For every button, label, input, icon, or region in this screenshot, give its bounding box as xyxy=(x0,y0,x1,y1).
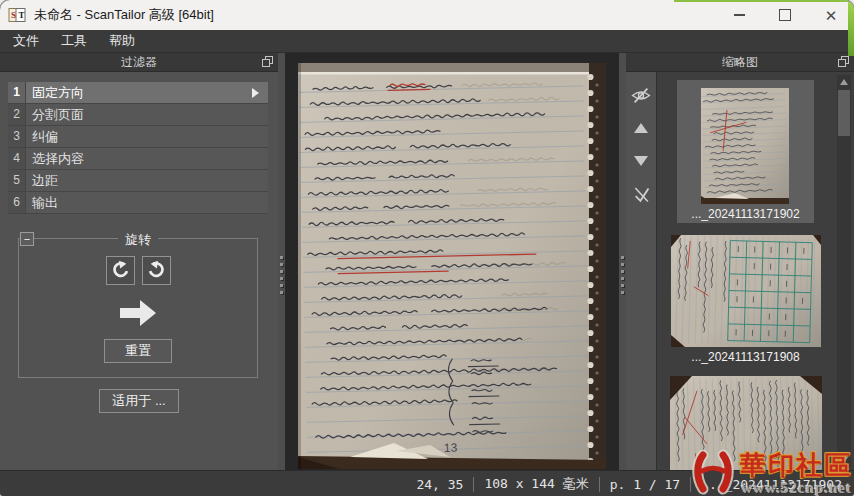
cursor-position: 24, 35 xyxy=(416,477,463,492)
app-window: S T 未命名 - ScanTailor 高级 [64bit] ✕ 文件 工具 … xyxy=(0,0,854,496)
photo-page-number: 13 xyxy=(444,441,458,455)
thumbnails-panel: 缩略图 xyxy=(626,53,854,470)
eye-off-icon xyxy=(630,87,652,104)
up-arrow-icon xyxy=(634,123,648,133)
apply-to-button[interactable]: 适用于 ... xyxy=(99,389,178,413)
reset-button[interactable]: 重置 xyxy=(104,339,172,363)
filter-step-label: 固定方向 xyxy=(26,84,84,102)
menu-help[interactable]: 帮助 xyxy=(98,30,146,52)
scrollbar-handle[interactable] xyxy=(838,90,850,136)
previous-page-button[interactable] xyxy=(630,119,652,137)
down-arrow-icon xyxy=(634,156,648,166)
next-page-button[interactable] xyxy=(630,152,652,170)
main-area: 过滤器 1 固定方向 2 分割页面 3 纠偏 xyxy=(0,53,854,470)
filter-step-label: 分割页面 xyxy=(26,106,84,124)
page-indicator: p. 1 / 17 xyxy=(610,477,680,492)
thumbnail-item[interactable]: ..._20241113171902 xyxy=(677,80,813,223)
rotation-group-title: 旋转 xyxy=(118,231,158,249)
selected-step-arrow-icon xyxy=(252,88,259,98)
status-separator xyxy=(599,477,600,492)
filter-step-number: 2 xyxy=(8,104,26,125)
filter-step-output[interactable]: 6 输出 xyxy=(8,192,268,214)
rotate-right-button[interactable] xyxy=(142,256,171,285)
filter-step-fixed-orientation[interactable]: 1 固定方向 xyxy=(8,82,268,104)
thumbnail-image xyxy=(670,376,822,470)
thumbnails-panel-title: 缩略图 xyxy=(722,54,758,71)
rotate-left-button[interactable] xyxy=(106,256,135,285)
status-separator xyxy=(473,477,474,492)
filter-step-number: 3 xyxy=(8,126,26,147)
filters-panel: 过滤器 1 固定方向 2 分割页面 3 纠偏 xyxy=(0,53,278,470)
desktop-top-accent xyxy=(674,0,854,2)
thumbnail-image xyxy=(671,235,821,347)
filter-step-label: 纠偏 xyxy=(26,128,58,146)
thumbnails-area: ..._20241113171902 ..._20241113171908 xyxy=(626,72,854,470)
minimize-icon xyxy=(734,14,745,16)
filters-panel-title: 过滤器 xyxy=(121,54,157,71)
preview-photo: 13 xyxy=(298,63,606,469)
filter-step-number: 4 xyxy=(8,148,26,169)
rotate-right-icon xyxy=(146,260,167,281)
thumbnail-image xyxy=(701,88,789,204)
thumbnail-item[interactable] xyxy=(670,376,822,470)
scroll-up-icon[interactable] xyxy=(840,79,848,85)
close-icon: ✕ xyxy=(825,8,838,23)
thumbnail-toolbar xyxy=(626,72,656,470)
filter-step-split-pages[interactable]: 2 分割页面 xyxy=(8,104,268,126)
desktop-corner-accent xyxy=(848,0,854,56)
filter-step-label: 选择内容 xyxy=(26,150,84,168)
filter-step-label: 输出 xyxy=(26,194,58,212)
status-bar: 24, 35 108 x 144 毫米 p. 1 / 17 ..._202411… xyxy=(0,470,854,496)
current-filename: ..._20241113171902 xyxy=(701,477,842,492)
orientation-arrow-icon xyxy=(120,300,156,326)
window-title: 未命名 - ScanTailor 高级 [64bit] xyxy=(34,6,214,24)
minimize-button[interactable] xyxy=(716,0,762,30)
float-panel-icon[interactable] xyxy=(837,55,850,68)
left-splitter-handle[interactable] xyxy=(278,53,286,470)
thumbnails-panel-header: 缩略图 xyxy=(626,53,854,72)
filter-list: 1 固定方向 2 分割页面 3 纠偏 4 选择内容 5 xyxy=(8,82,268,214)
collapse-group-button[interactable]: − xyxy=(20,232,34,246)
toggle-visibility-button[interactable] xyxy=(630,86,652,104)
filter-step-deskew[interactable]: 3 纠偏 xyxy=(8,126,268,148)
float-panel-icon[interactable] xyxy=(261,55,274,68)
filter-step-select-content[interactable]: 4 选择内容 xyxy=(8,148,268,170)
rotate-left-icon xyxy=(110,260,131,281)
menu-tools[interactable]: 工具 xyxy=(50,30,98,52)
filter-step-number: 6 xyxy=(8,192,26,213)
app-icon: S T xyxy=(8,6,26,24)
svg-text:S: S xyxy=(11,10,16,20)
filter-step-margins[interactable]: 5 边距 xyxy=(8,170,268,192)
thumbnail-list: ..._20241113171902 ..._20241113171908 xyxy=(656,72,854,470)
menu-bar: 文件 工具 帮助 xyxy=(0,30,854,53)
menu-file[interactable]: 文件 xyxy=(2,30,50,52)
filter-step-label: 边距 xyxy=(26,172,58,190)
page-size: 108 x 144 毫米 xyxy=(484,475,588,493)
goto-selected-button[interactable] xyxy=(630,185,652,203)
right-splitter-handle[interactable] xyxy=(618,53,626,470)
title-bar: S T 未命名 - ScanTailor 高级 [64bit] ✕ xyxy=(0,0,854,30)
thumbnail-scrollbar[interactable] xyxy=(837,75,851,467)
thumbnail-label: ..._20241113171908 xyxy=(691,350,799,364)
thumbnail-item[interactable]: ..._20241113171908 xyxy=(671,235,821,364)
filters-panel-header: 过滤器 xyxy=(0,53,278,72)
maximize-icon xyxy=(779,9,791,21)
svg-text:T: T xyxy=(19,10,25,20)
status-separator xyxy=(690,477,691,492)
filter-step-number: 5 xyxy=(8,170,26,191)
scroll-down-icon[interactable] xyxy=(840,457,848,463)
rotation-group: − 旋转 xyxy=(18,238,258,378)
window-controls: ✕ xyxy=(716,0,854,30)
maximize-button[interactable] xyxy=(762,0,808,30)
check-cross-icon xyxy=(632,185,651,204)
rotation-buttons xyxy=(19,256,257,285)
filter-step-number: 1 xyxy=(8,82,26,103)
thumbnail-label: ..._20241113171902 xyxy=(691,207,799,221)
image-viewport[interactable]: 13 xyxy=(286,53,618,470)
